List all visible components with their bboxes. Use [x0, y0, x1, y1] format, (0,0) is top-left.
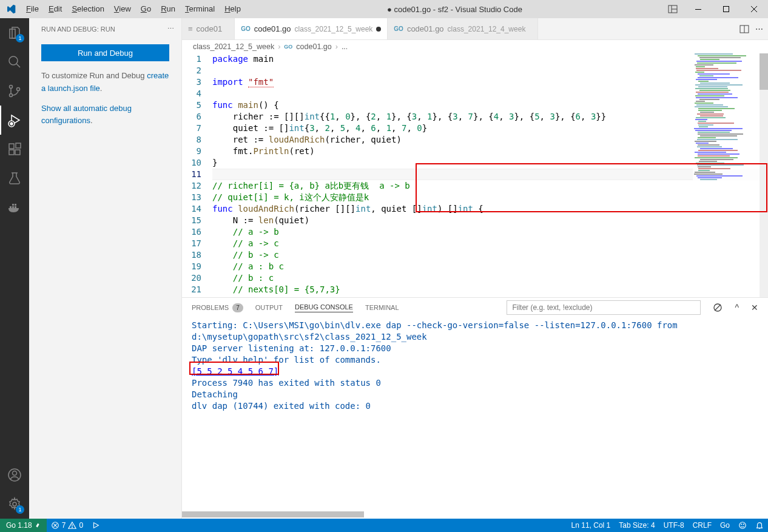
line-number-gutter: 123456789101112131415161718192021	[182, 53, 212, 297]
file-icon: ≡	[188, 24, 193, 33]
maximize-button[interactable]	[712, 0, 740, 18]
svg-point-9	[10, 86, 13, 89]
panel-close-icon[interactable]: ✕	[751, 303, 758, 312]
menu-selection[interactable]: Selection	[67, 0, 109, 18]
sidebar-text-1: To customize Run and Debug create a laun…	[29, 66, 181, 99]
status-encoding[interactable]: UTF-8	[659, 519, 689, 532]
svg-point-35	[741, 524, 742, 525]
svg-rect-16	[16, 143, 21, 148]
status-debug-start-icon[interactable]	[87, 519, 104, 532]
extensions-icon[interactable]	[0, 135, 29, 164]
panel-maximize-icon[interactable]: ^	[735, 303, 739, 312]
run-debug-icon[interactable]	[0, 106, 29, 135]
status-eol[interactable]: CRLF	[689, 519, 716, 532]
status-cursor-position[interactable]: Ln 11, Col 1	[567, 519, 615, 532]
panel-filter-input[interactable]	[507, 300, 701, 315]
menu-help[interactable]: Help	[220, 0, 246, 18]
svg-point-36	[743, 524, 744, 525]
tab-problems[interactable]: PROBLEMS7	[192, 303, 243, 312]
status-notifications-icon[interactable]	[751, 519, 768, 532]
minimize-button[interactable]	[684, 0, 712, 18]
tab-filename: code01	[197, 24, 223, 33]
title-bar: FileEditSelectionViewGoRunTerminalHelp ●…	[0, 0, 768, 18]
menubar: FileEditSelectionViewGoRunTerminalHelp	[21, 0, 246, 18]
run-and-debug-button[interactable]: Run and Debug	[41, 44, 169, 61]
main-area: 1 1 RUN AND DEBUG: RUN ⋯ Run and Debug T…	[0, 18, 768, 519]
tab-output[interactable]: OUTPUT	[255, 304, 283, 311]
debug-console-output[interactable]: Starting: C:\Users\MSI\go\bin\dlv.exe da…	[182, 317, 768, 511]
layout-customize-icon[interactable]	[664, 0, 682, 18]
svg-rect-4	[724, 7, 729, 12]
menu-terminal[interactable]: Terminal	[180, 0, 220, 18]
tab-more-icon[interactable]: ⋯	[755, 24, 763, 33]
panel-tablist: PROBLEMS7 OUTPUT DEBUG CONSOLE TERMINAL …	[182, 298, 768, 317]
scrollbar-thumb[interactable]	[760, 53, 768, 90]
split-editor-icon[interactable]	[739, 24, 749, 34]
editor-area[interactable]: 123456789101112131415161718192021 packag…	[182, 53, 768, 297]
console-line: Process 7940 has exited with status 0	[192, 377, 758, 389]
panel-horizontal-scrollbar[interactable]	[182, 511, 768, 519]
status-language[interactable]: Go	[716, 519, 734, 532]
menu-edit[interactable]: Edit	[44, 0, 67, 18]
svg-rect-15	[15, 150, 20, 155]
go-file-icon: GO	[241, 25, 251, 32]
breadcrumb[interactable]: class_2021_12_5_week› GOcode01.go› ...	[182, 40, 768, 53]
accounts-icon[interactable]	[0, 460, 29, 490]
svg-point-33	[72, 527, 73, 528]
sidebar-text-2: Show all automatic debug configurations.	[29, 99, 181, 132]
clear-console-icon[interactable]	[713, 303, 723, 312]
editor-tab[interactable]: GOcode01.goclass_2021_12_5_week	[235, 18, 388, 39]
tab-description: class_2021_12_4_week	[448, 25, 526, 33]
editor-tab[interactable]: GOcode01.goclass_2021_12_4_week	[388, 18, 538, 39]
svg-rect-3	[695, 9, 701, 10]
settings-icon[interactable]: 1	[0, 490, 29, 519]
show-auto-config-link[interactable]: Show all automatic debug configurations	[41, 104, 132, 126]
minimap[interactable]	[693, 53, 760, 297]
explorer-icon[interactable]: 1	[0, 18, 29, 47]
svg-rect-14	[9, 150, 14, 155]
menu-go[interactable]: Go	[136, 0, 156, 18]
status-tab-size[interactable]: Tab Size: 4	[615, 519, 659, 532]
sidebar-header: RUN AND DEBUG: RUN ⋯	[29, 18, 181, 39]
status-go-version[interactable]: Go 1.18	[0, 519, 47, 532]
editor-vertical-scrollbar[interactable]	[760, 53, 768, 297]
svg-rect-21	[15, 204, 16, 206]
editor-tab[interactable]: ≡code01	[182, 18, 235, 39]
console-line: dlv dap (10744) exited with code: 0	[192, 400, 758, 412]
status-bar: Go 1.18 7 0 Ln 11, Col 1 Tab Size: 4 UTF…	[0, 519, 768, 532]
scrollbar-thumb[interactable]	[182, 511, 364, 517]
svg-point-24	[13, 502, 16, 506]
sidebar: RUN AND DEBUG: RUN ⋯ Run and Debug To cu…	[29, 18, 182, 519]
console-line: DAP server listening at: 127.0.0.1:7600	[192, 343, 758, 354]
console-line: [5 5 2 5 4 5 6 7]	[192, 366, 758, 377]
menu-view[interactable]: View	[109, 0, 136, 18]
svg-line-28	[715, 305, 721, 311]
go-file-icon: GO	[284, 44, 292, 50]
svg-point-34	[739, 522, 746, 529]
sidebar-more-icon[interactable]: ⋯	[167, 25, 174, 33]
tab-terminal[interactable]: TERMINAL	[365, 304, 399, 311]
svg-rect-17	[10, 206, 12, 208]
activity-bar: 1 1	[0, 18, 29, 519]
close-button[interactable]	[740, 0, 768, 18]
svg-point-7	[9, 56, 18, 65]
svg-point-11	[17, 88, 20, 91]
console-line: Detaching	[192, 389, 758, 400]
tab-debug-console[interactable]: DEBUG CONSOLE	[295, 303, 353, 312]
status-feedback-icon[interactable]	[734, 519, 751, 532]
source-control-icon[interactable]	[0, 76, 29, 106]
go-file-icon: GO	[394, 25, 403, 32]
window-controls	[684, 0, 768, 18]
search-icon[interactable]	[0, 47, 29, 76]
status-problems[interactable]: 7 0	[47, 519, 87, 532]
svg-point-10	[10, 94, 13, 97]
docker-icon[interactable]	[0, 193, 29, 222]
testing-icon[interactable]	[0, 164, 29, 193]
menu-run[interactable]: Run	[156, 0, 180, 18]
tab-description: class_2021_12_5_week	[295, 25, 373, 33]
tab-filename: code01.go	[254, 24, 291, 33]
code-content[interactable]: package mainimport "fmt"func main() { ri…	[212, 53, 768, 297]
menu-file[interactable]: File	[21, 0, 44, 18]
bottom-panel: PROBLEMS7 OUTPUT DEBUG CONSOLE TERMINAL …	[182, 297, 768, 519]
svg-line-8	[16, 64, 20, 67]
